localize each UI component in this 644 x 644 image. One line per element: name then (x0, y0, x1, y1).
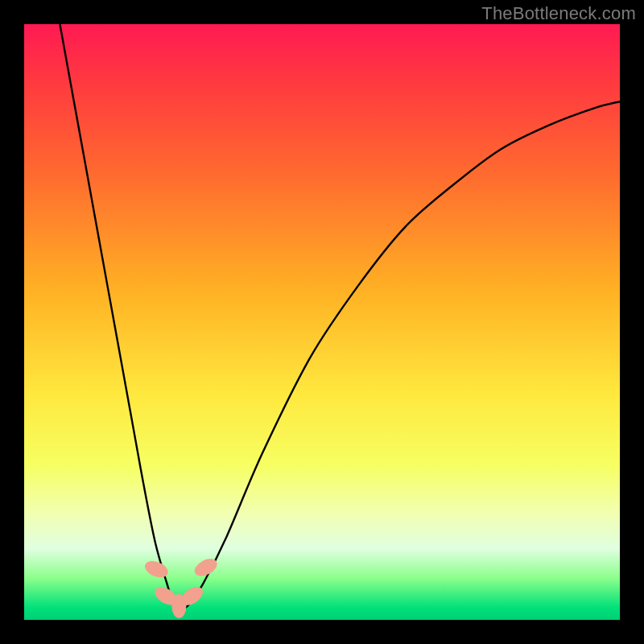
bottleneck-curve (60, 24, 620, 609)
watermark-text: TheBottleneck.com (481, 3, 636, 24)
chart-svg (24, 24, 620, 620)
chart-frame: TheBottleneck.com (0, 0, 644, 644)
chart-plot-area (24, 24, 620, 620)
band-marker-1 (142, 558, 171, 580)
marker-group (142, 555, 220, 618)
